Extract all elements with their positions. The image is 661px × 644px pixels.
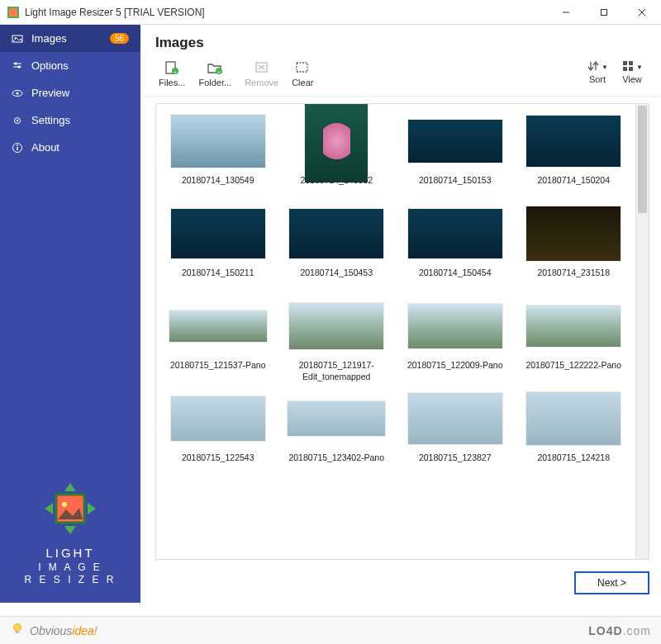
thumbnail-item[interactable]: 20180715_122222-Pano xyxy=(517,297,631,383)
window-title: Light Image Resizer 5 [TRIAL VERSION] xyxy=(25,7,547,18)
thumbnail-image xyxy=(406,205,505,263)
thumbnail-label: 20180715_122222-Pano xyxy=(525,360,621,383)
images-icon xyxy=(12,33,23,45)
brand-line-1: LIGHT xyxy=(0,546,140,561)
svg-rect-36 xyxy=(16,631,19,633)
sidebar: Images 56 Options Preview Settings About xyxy=(0,25,140,603)
sidebar-item-label: Options xyxy=(31,59,69,72)
tool-label: Clear xyxy=(292,78,313,88)
thumbnail-item[interactable]: 20180714_150211 xyxy=(161,205,275,291)
svg-rect-2 xyxy=(602,9,607,15)
sidebar-item-label: About xyxy=(31,141,59,154)
sidebar-logo xyxy=(0,471,140,546)
thumbnail-image xyxy=(287,390,386,447)
chevron-down-icon: ▼ xyxy=(602,64,608,71)
folder-add-icon: + xyxy=(207,59,223,76)
thumbnail-label: 20180714_130549 xyxy=(182,175,254,198)
next-button[interactable]: Next > xyxy=(574,571,649,594)
svg-text:+: + xyxy=(174,69,177,74)
maximize-button[interactable] xyxy=(585,0,623,25)
sidebar-item-settings[interactable]: Settings xyxy=(0,107,140,134)
sort-icon xyxy=(587,59,600,74)
thumbnail-item[interactable]: 20180715_124218 xyxy=(517,390,631,476)
thumbnail-area[interactable]: 20180714_13054920180714_14030220180714_1… xyxy=(156,104,635,559)
thumbnail-label: 20180714_150204 xyxy=(537,175,610,198)
svg-text:+: + xyxy=(218,69,221,74)
thumbnail-image xyxy=(524,112,623,170)
thumbnail-item[interactable]: 20180714_150454 xyxy=(398,205,512,291)
thumbnail-label: 20180715_122009-Pano xyxy=(407,360,503,383)
brand-line-2: I M A G E xyxy=(0,561,140,574)
tool-label: Sort xyxy=(589,74,606,84)
svg-point-14 xyxy=(17,119,18,121)
bulb-icon xyxy=(10,622,25,639)
thumbnail-item[interactable]: 20180714_150453 xyxy=(280,205,394,291)
sidebar-item-label: Settings xyxy=(31,114,70,126)
sidebar-brand: LIGHT I M A G E R E S I Z E R xyxy=(0,546,140,603)
sidebar-item-label: Images xyxy=(31,32,67,45)
thumbnail-item[interactable]: 20180714_150204 xyxy=(517,112,631,198)
thumbnail-grid: 20180714_13054920180714_14030220180714_1… xyxy=(161,112,630,476)
svg-rect-32 xyxy=(629,61,633,65)
svg-point-10 xyxy=(18,65,20,67)
toolbar: + Files... + Folder... Remove Clear ▼ xyxy=(140,56,661,97)
thumbnail-item[interactable]: 20180715_123402-Pano xyxy=(280,390,394,476)
window-controls xyxy=(547,0,661,25)
svg-rect-28 xyxy=(297,63,307,72)
thumbnail-image xyxy=(169,205,268,263)
thumbnail-label: 20180715_124218 xyxy=(537,452,610,476)
thumbnail-viewport: 20180714_13054920180714_14030220180714_1… xyxy=(155,103,649,560)
chevron-down-icon: ▼ xyxy=(636,64,643,71)
tool-label: Remove xyxy=(245,78,278,88)
footer-left: Obviousidea! xyxy=(10,622,97,639)
thumbnail-label: 20180714_150453 xyxy=(300,268,373,291)
scrollbar-thumb[interactable] xyxy=(638,106,647,213)
thumbnail-label: 20180714_150153 xyxy=(419,175,492,198)
svg-point-9 xyxy=(15,62,17,64)
thumbnail-item[interactable]: 20180715_123827 xyxy=(398,390,512,476)
thumbnail-item[interactable]: 20180714_130549 xyxy=(161,112,275,198)
close-button[interactable] xyxy=(623,0,661,25)
view-dropdown[interactable]: ▼ View xyxy=(615,58,649,86)
sidebar-item-preview[interactable]: Preview xyxy=(0,79,140,107)
sidebar-item-options[interactable]: Options xyxy=(0,52,140,79)
minimize-button[interactable] xyxy=(547,0,585,25)
thumbnail-item[interactable]: 20180715_121537-Pano xyxy=(161,297,275,383)
thumbnail-image xyxy=(406,112,505,170)
thumbnail-image xyxy=(287,112,386,170)
files-button[interactable]: + Files... xyxy=(152,58,192,89)
thumbnail-image xyxy=(169,112,268,170)
thumbnail-image xyxy=(169,390,268,447)
page-title: Images xyxy=(140,25,661,56)
svg-rect-34 xyxy=(629,67,633,71)
sort-dropdown[interactable]: ▼ Sort xyxy=(580,58,615,86)
gear-icon xyxy=(12,115,23,126)
thumbnail-label: 20180715_121917-Edit_tonemapped xyxy=(284,360,388,383)
thumbnail-item[interactable]: 20180714_140302 xyxy=(280,112,394,198)
sidebar-item-about[interactable]: About xyxy=(0,134,140,161)
svg-rect-31 xyxy=(623,61,627,65)
thumbnail-label: 20180714_150211 xyxy=(182,268,254,291)
scrollbar[interactable] xyxy=(635,104,649,559)
sidebar-item-images[interactable]: Images 56 xyxy=(0,25,140,52)
svg-point-17 xyxy=(17,144,18,146)
footer-brand: Obviousidea! xyxy=(30,624,97,637)
svg-rect-33 xyxy=(623,67,627,71)
thumbnail-item[interactable]: 20180715_121917-Edit_tonemapped xyxy=(280,297,394,383)
clear-button[interactable]: Clear xyxy=(285,58,320,89)
images-count-badge: 56 xyxy=(110,33,129,44)
brand-line-3: R E S I Z E R xyxy=(0,574,140,586)
thumbnail-item[interactable]: 20180715_122009-Pano xyxy=(398,297,512,383)
thumbnail-label: 20180715_122543 xyxy=(182,452,254,476)
folder-button[interactable]: + Folder... xyxy=(192,58,238,89)
thumbnail-item[interactable]: 20180714_231518 xyxy=(517,205,631,291)
remove-button: Remove xyxy=(238,58,285,89)
titlebar: Light Image Resizer 5 [TRIAL VERSION] xyxy=(0,0,661,25)
thumbnail-item[interactable]: 20180715_122543 xyxy=(161,390,275,476)
app-icon xyxy=(7,6,20,19)
thumbnail-item[interactable]: 20180714_150153 xyxy=(398,112,512,198)
svg-point-35 xyxy=(14,624,21,632)
thumbnail-image xyxy=(406,297,505,355)
thumbnail-image xyxy=(406,390,505,447)
thumbnail-label: 20180715_123827 xyxy=(419,452,492,476)
